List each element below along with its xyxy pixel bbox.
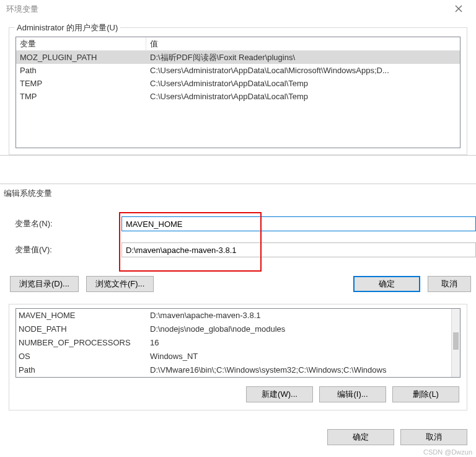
edit-system-var-dialog: 编辑系统变量 变量名(N): 变量值(V): 浏览目录(D)... 浏览文件(F…: [0, 184, 476, 301]
edit-button[interactable]: 编辑(I)...: [319, 386, 386, 402]
table-row[interactable]: NUMBER_OF_PROCESSORS 16: [16, 336, 451, 350]
table-row[interactable]: TMP C:\Users\Administrator\AppData\Local…: [16, 90, 460, 103]
watermark: CSDN @Dwzun: [423, 448, 472, 456]
table-row[interactable]: MOZ_PLUGIN_PATH D:\福昕PDF阅读器\Foxit Reader…: [16, 51, 460, 64]
scrollbar-thumb[interactable]: [453, 332, 459, 350]
browse-file-button[interactable]: 浏览文件(F)...: [86, 276, 154, 292]
table-row[interactable]: Path C:\Users\Administrator\AppData\Loca…: [16, 64, 460, 77]
header-value: 值: [146, 37, 460, 50]
env-vars-window: 环境变量 Administrator 的用户变量(U) 变量 值 MOZ_PLU…: [0, 0, 476, 156]
ok-button[interactable]: 确定: [353, 276, 420, 292]
var-value-label: 变量值(V):: [15, 244, 121, 255]
browse-dir-button[interactable]: 浏览目录(D)...: [10, 276, 79, 292]
table-row[interactable]: TEMP C:\Users\Administrator\AppData\Loca…: [16, 77, 460, 90]
table-row[interactable]: Path D:\VMware16\bin\;C:\Windows\system3…: [16, 363, 451, 377]
table-row[interactable]: OS Windows_NT: [16, 350, 451, 363]
user-vars-group: Administrator 的用户变量(U) 变量 值 MOZ_PLUGIN_P…: [9, 27, 467, 155]
close-icon[interactable]: [447, 5, 470, 14]
scrollbar[interactable]: [451, 309, 460, 377]
var-value-input[interactable]: [121, 242, 476, 257]
table-row[interactable]: NODE_PATH D:\nodejs\node_global\node_mod…: [16, 322, 451, 336]
new-button[interactable]: 新建(W)...: [246, 386, 313, 402]
user-vars-header: 变量 值: [16, 37, 460, 51]
cancel-button[interactable]: 取消: [400, 429, 467, 445]
user-vars-group-label: Administrator 的用户变量(U): [14, 22, 120, 33]
header-name: 变量: [16, 37, 146, 50]
dialog-button-row: 确定 取消: [0, 429, 476, 445]
table-row[interactable]: MAVEN_HOME D:\maven\apache-maven-3.8.1: [16, 309, 451, 322]
var-name-label: 变量名(N):: [15, 218, 121, 229]
window-title: 环境变量: [6, 4, 38, 15]
ok-button[interactable]: 确定: [327, 429, 394, 445]
system-vars-table[interactable]: MAVEN_HOME D:\maven\apache-maven-3.8.1 N…: [15, 308, 461, 378]
cancel-button[interactable]: 取消: [428, 276, 471, 292]
var-name-input[interactable]: [121, 216, 476, 231]
titlebar: 环境变量: [0, 0, 476, 19]
dialog-title: 编辑系统变量: [0, 184, 476, 210]
user-vars-table[interactable]: 变量 值 MOZ_PLUGIN_PATH D:\福昕PDF阅读器\Foxit R…: [15, 37, 461, 148]
system-vars-group: MAVEN_HOME D:\maven\apache-maven-3.8.1 N…: [9, 304, 467, 410]
delete-button[interactable]: 删除(L): [392, 386, 459, 402]
